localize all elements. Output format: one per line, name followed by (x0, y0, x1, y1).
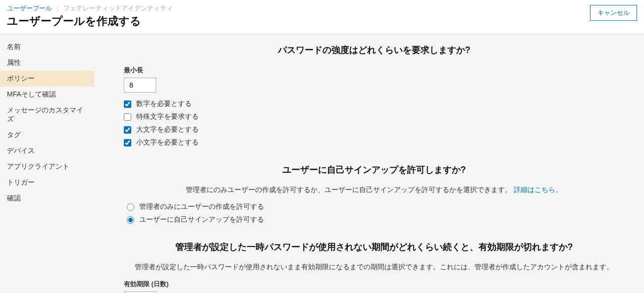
breadcrumb-current: フェデレーティッドアイデンティティ (63, 4, 173, 12)
password-strength-section: パスワードの強度はどれくらいを要求しますか? 最小長 数字を必要とする特殊文字を… (124, 44, 624, 147)
min-length-input[interactable] (124, 78, 156, 93)
breadcrumb-separator: | (57, 4, 58, 12)
sidebar-item-4[interactable]: メッセージのカスタマイズ (0, 102, 94, 127)
signup-desc-text: 管理者にのみユーザーの作成を許可するか、ユーザーに自己サインアップを許可するかを… (186, 186, 512, 194)
password-checkbox-1[interactable] (124, 113, 131, 121)
signup-learn-more-link[interactable]: 詳細はこちら。 (514, 186, 562, 194)
signup-section-title: ユーザーに自己サインアップを許可しますか? (124, 164, 624, 176)
sidebar-item-0[interactable]: 名前 (0, 39, 94, 55)
password-checkbox-label-0: 数字を必要とする (136, 99, 192, 108)
expire-days-label: 有効期限 (日数) (124, 280, 624, 289)
expire-section-desc: 管理者が設定した一時パスワードが使用されないまま有効期限になるまでの期間は選択で… (124, 263, 624, 272)
password-checkbox-label-1: 特殊文字を要求する (136, 112, 199, 121)
min-length-label: 最小長 (124, 66, 624, 75)
sidebar-item-6[interactable]: デバイス (0, 143, 94, 159)
password-checkbox-0[interactable] (124, 100, 131, 108)
sidebar: 名前属性ポリシーMFAそして確認メッセージのカスタマイズタグデバイスアプリクライ… (0, 34, 94, 293)
signup-section-desc: 管理者にのみユーザーの作成を許可するか、ユーザーに自己サインアップを許可するかを… (124, 186, 624, 195)
sidebar-item-8[interactable]: トリガー (0, 175, 94, 191)
signup-radio-label-0: 管理者のみにユーザーの作成を許可する (139, 202, 264, 211)
sidebar-item-2[interactable]: ポリシー (0, 71, 94, 87)
password-checkbox-row-2[interactable]: 大文字を必要とする (124, 125, 624, 134)
password-section-title: パスワードの強度はどれくらいを要求しますか? (124, 44, 624, 56)
self-signup-section: ユーザーに自己サインアップを許可しますか? 管理者にのみユーザーの作成を許可する… (124, 164, 624, 224)
expire-section: 管理者が設定した一時パスワードが使用されない期間がどれくらい続くと、有効期限が切… (124, 241, 624, 293)
sidebar-item-3[interactable]: MFAそして確認 (0, 87, 94, 102)
sidebar-item-9[interactable]: 確認 (0, 191, 94, 206)
cancel-button[interactable]: キャンセル (590, 5, 637, 21)
breadcrumb-link[interactable]: ユーザープール (7, 4, 52, 12)
expire-section-title: 管理者が設定した一時パスワードが使用されない期間がどれくらい続くと、有効期限が切… (124, 241, 624, 253)
sidebar-item-1[interactable]: 属性 (0, 55, 94, 71)
signup-radio-row-0[interactable]: 管理者のみにユーザーの作成を許可する (127, 202, 624, 211)
signup-radio-label-1: ユーザーに自己サインアップを許可する (139, 215, 264, 224)
password-checkbox-label-2: 大文字を必要とする (136, 125, 199, 134)
signup-radio-1[interactable] (127, 216, 134, 224)
signup-radio-row-1[interactable]: ユーザーに自己サインアップを許可する (127, 215, 624, 224)
breadcrumb: ユーザープール | フェデレーティッドアイデンティティ (7, 4, 173, 13)
signup-radio-0[interactable] (127, 203, 134, 211)
password-checkbox-2[interactable] (124, 126, 131, 134)
sidebar-item-7[interactable]: アプリクライアント (0, 159, 94, 175)
password-checkbox-3[interactable] (124, 139, 131, 146)
password-checkbox-row-0[interactable]: 数字を必要とする (124, 99, 624, 108)
sidebar-item-5[interactable]: タグ (0, 127, 94, 143)
page-title: ユーザープールを作成する (7, 14, 173, 29)
password-checkbox-row-3[interactable]: 小文字を必要とする (124, 138, 624, 147)
password-checkbox-label-3: 小文字を必要とする (136, 138, 199, 147)
password-checkbox-row-1[interactable]: 特殊文字を要求する (124, 112, 624, 121)
